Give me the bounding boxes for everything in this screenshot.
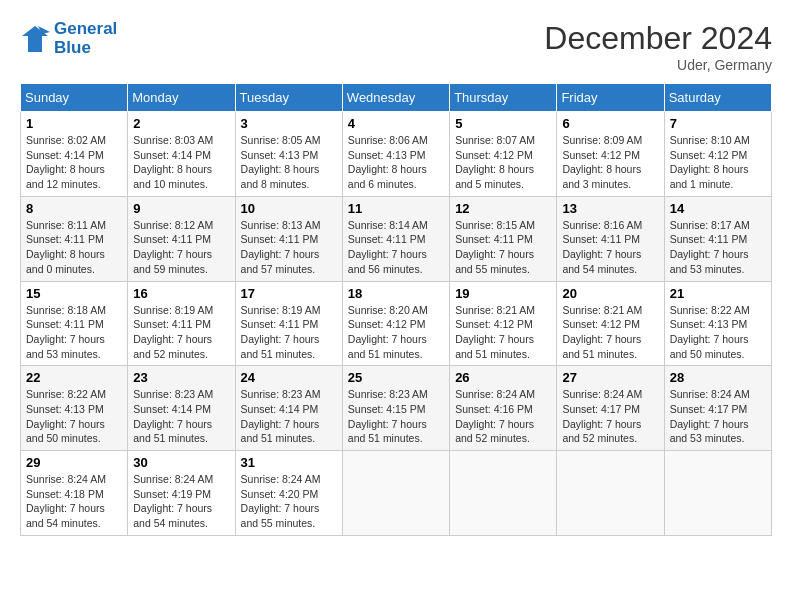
- day-number: 27: [562, 370, 658, 385]
- day-info: Sunrise: 8:14 AM Sunset: 4:11 PM Dayligh…: [348, 218, 444, 277]
- calendar-week-2: 8Sunrise: 8:11 AM Sunset: 4:11 PM Daylig…: [21, 196, 772, 281]
- calendar-cell: 2Sunrise: 8:03 AM Sunset: 4:14 PM Daylig…: [128, 112, 235, 197]
- day-number: 24: [241, 370, 337, 385]
- day-info: Sunrise: 8:24 AM Sunset: 4:18 PM Dayligh…: [26, 472, 122, 531]
- day-number: 19: [455, 286, 551, 301]
- day-number: 4: [348, 116, 444, 131]
- location: Uder, Germany: [544, 57, 772, 73]
- day-header-friday: Friday: [557, 84, 664, 112]
- day-info: Sunrise: 8:24 AM Sunset: 4:19 PM Dayligh…: [133, 472, 229, 531]
- day-info: Sunrise: 8:22 AM Sunset: 4:13 PM Dayligh…: [670, 303, 766, 362]
- calendar-cell: 31Sunrise: 8:24 AM Sunset: 4:20 PM Dayli…: [235, 451, 342, 536]
- day-info: Sunrise: 8:11 AM Sunset: 4:11 PM Dayligh…: [26, 218, 122, 277]
- calendar-cell: 24Sunrise: 8:23 AM Sunset: 4:14 PM Dayli…: [235, 366, 342, 451]
- calendar-cell: 18Sunrise: 8:20 AM Sunset: 4:12 PM Dayli…: [342, 281, 449, 366]
- calendar-cell: 19Sunrise: 8:21 AM Sunset: 4:12 PM Dayli…: [450, 281, 557, 366]
- day-number: 5: [455, 116, 551, 131]
- day-header-saturday: Saturday: [664, 84, 771, 112]
- page-header: General Blue December 2024 Uder, Germany: [20, 20, 772, 73]
- day-info: Sunrise: 8:24 AM Sunset: 4:16 PM Dayligh…: [455, 387, 551, 446]
- calendar-cell: 15Sunrise: 8:18 AM Sunset: 4:11 PM Dayli…: [21, 281, 128, 366]
- day-info: Sunrise: 8:21 AM Sunset: 4:12 PM Dayligh…: [455, 303, 551, 362]
- day-info: Sunrise: 8:22 AM Sunset: 4:13 PM Dayligh…: [26, 387, 122, 446]
- day-info: Sunrise: 8:13 AM Sunset: 4:11 PM Dayligh…: [241, 218, 337, 277]
- calendar-cell: 5Sunrise: 8:07 AM Sunset: 4:12 PM Daylig…: [450, 112, 557, 197]
- calendar-cell: 26Sunrise: 8:24 AM Sunset: 4:16 PM Dayli…: [450, 366, 557, 451]
- calendar-week-5: 29Sunrise: 8:24 AM Sunset: 4:18 PM Dayli…: [21, 451, 772, 536]
- day-number: 7: [670, 116, 766, 131]
- calendar-cell: 16Sunrise: 8:19 AM Sunset: 4:11 PM Dayli…: [128, 281, 235, 366]
- day-number: 11: [348, 201, 444, 216]
- day-number: 22: [26, 370, 122, 385]
- day-number: 3: [241, 116, 337, 131]
- day-number: 26: [455, 370, 551, 385]
- day-info: Sunrise: 8:21 AM Sunset: 4:12 PM Dayligh…: [562, 303, 658, 362]
- calendar-cell: 30Sunrise: 8:24 AM Sunset: 4:19 PM Dayli…: [128, 451, 235, 536]
- day-info: Sunrise: 8:12 AM Sunset: 4:11 PM Dayligh…: [133, 218, 229, 277]
- day-number: 12: [455, 201, 551, 216]
- day-number: 14: [670, 201, 766, 216]
- day-info: Sunrise: 8:20 AM Sunset: 4:12 PM Dayligh…: [348, 303, 444, 362]
- logo: General Blue: [20, 20, 117, 57]
- day-number: 15: [26, 286, 122, 301]
- title-block: December 2024 Uder, Germany: [544, 20, 772, 73]
- day-info: Sunrise: 8:17 AM Sunset: 4:11 PM Dayligh…: [670, 218, 766, 277]
- day-header-sunday: Sunday: [21, 84, 128, 112]
- calendar-cell: [664, 451, 771, 536]
- day-info: Sunrise: 8:24 AM Sunset: 4:17 PM Dayligh…: [670, 387, 766, 446]
- calendar-cell: 7Sunrise: 8:10 AM Sunset: 4:12 PM Daylig…: [664, 112, 771, 197]
- day-number: 23: [133, 370, 229, 385]
- calendar-cell: 23Sunrise: 8:23 AM Sunset: 4:14 PM Dayli…: [128, 366, 235, 451]
- logo-icon: [20, 24, 50, 54]
- calendar-cell: 10Sunrise: 8:13 AM Sunset: 4:11 PM Dayli…: [235, 196, 342, 281]
- calendar-cell: 1Sunrise: 8:02 AM Sunset: 4:14 PM Daylig…: [21, 112, 128, 197]
- day-number: 31: [241, 455, 337, 470]
- day-info: Sunrise: 8:24 AM Sunset: 4:17 PM Dayligh…: [562, 387, 658, 446]
- calendar-cell: 6Sunrise: 8:09 AM Sunset: 4:12 PM Daylig…: [557, 112, 664, 197]
- day-info: Sunrise: 8:23 AM Sunset: 4:14 PM Dayligh…: [133, 387, 229, 446]
- calendar-cell: 21Sunrise: 8:22 AM Sunset: 4:13 PM Dayli…: [664, 281, 771, 366]
- calendar-table: SundayMondayTuesdayWednesdayThursdayFrid…: [20, 83, 772, 536]
- calendar-cell: [450, 451, 557, 536]
- calendar-cell: 22Sunrise: 8:22 AM Sunset: 4:13 PM Dayli…: [21, 366, 128, 451]
- day-number: 2: [133, 116, 229, 131]
- day-number: 29: [26, 455, 122, 470]
- day-number: 20: [562, 286, 658, 301]
- month-title: December 2024: [544, 20, 772, 57]
- calendar-cell: [342, 451, 449, 536]
- calendar-cell: 29Sunrise: 8:24 AM Sunset: 4:18 PM Dayli…: [21, 451, 128, 536]
- calendar-cell: 25Sunrise: 8:23 AM Sunset: 4:15 PM Dayli…: [342, 366, 449, 451]
- day-info: Sunrise: 8:09 AM Sunset: 4:12 PM Dayligh…: [562, 133, 658, 192]
- calendar-cell: 20Sunrise: 8:21 AM Sunset: 4:12 PM Dayli…: [557, 281, 664, 366]
- day-info: Sunrise: 8:05 AM Sunset: 4:13 PM Dayligh…: [241, 133, 337, 192]
- day-info: Sunrise: 8:23 AM Sunset: 4:15 PM Dayligh…: [348, 387, 444, 446]
- calendar-cell: 3Sunrise: 8:05 AM Sunset: 4:13 PM Daylig…: [235, 112, 342, 197]
- day-number: 16: [133, 286, 229, 301]
- calendar-cell: 14Sunrise: 8:17 AM Sunset: 4:11 PM Dayli…: [664, 196, 771, 281]
- logo-text: General Blue: [54, 20, 117, 57]
- day-info: Sunrise: 8:02 AM Sunset: 4:14 PM Dayligh…: [26, 133, 122, 192]
- calendar-week-1: 1Sunrise: 8:02 AM Sunset: 4:14 PM Daylig…: [21, 112, 772, 197]
- calendar-cell: 27Sunrise: 8:24 AM Sunset: 4:17 PM Dayli…: [557, 366, 664, 451]
- day-number: 1: [26, 116, 122, 131]
- day-number: 9: [133, 201, 229, 216]
- calendar-header: SundayMondayTuesdayWednesdayThursdayFrid…: [21, 84, 772, 112]
- calendar-cell: 17Sunrise: 8:19 AM Sunset: 4:11 PM Dayli…: [235, 281, 342, 366]
- calendar-week-4: 22Sunrise: 8:22 AM Sunset: 4:13 PM Dayli…: [21, 366, 772, 451]
- day-number: 17: [241, 286, 337, 301]
- day-header-thursday: Thursday: [450, 84, 557, 112]
- day-number: 13: [562, 201, 658, 216]
- calendar-cell: 12Sunrise: 8:15 AM Sunset: 4:11 PM Dayli…: [450, 196, 557, 281]
- day-info: Sunrise: 8:18 AM Sunset: 4:11 PM Dayligh…: [26, 303, 122, 362]
- day-number: 6: [562, 116, 658, 131]
- day-header-monday: Monday: [128, 84, 235, 112]
- calendar-cell: [557, 451, 664, 536]
- day-info: Sunrise: 8:19 AM Sunset: 4:11 PM Dayligh…: [241, 303, 337, 362]
- day-info: Sunrise: 8:16 AM Sunset: 4:11 PM Dayligh…: [562, 218, 658, 277]
- calendar-cell: 9Sunrise: 8:12 AM Sunset: 4:11 PM Daylig…: [128, 196, 235, 281]
- day-number: 18: [348, 286, 444, 301]
- calendar-week-3: 15Sunrise: 8:18 AM Sunset: 4:11 PM Dayli…: [21, 281, 772, 366]
- day-info: Sunrise: 8:10 AM Sunset: 4:12 PM Dayligh…: [670, 133, 766, 192]
- day-number: 8: [26, 201, 122, 216]
- day-info: Sunrise: 8:23 AM Sunset: 4:14 PM Dayligh…: [241, 387, 337, 446]
